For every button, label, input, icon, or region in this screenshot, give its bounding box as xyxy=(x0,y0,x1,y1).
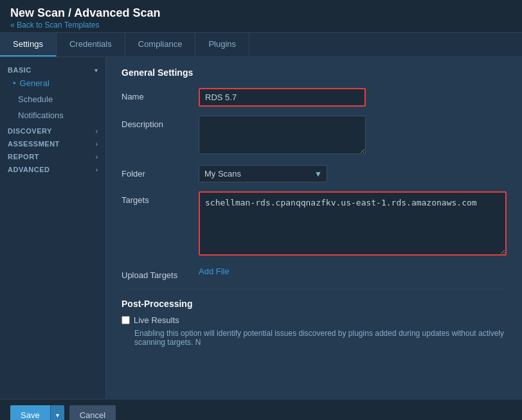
sidebar-section-basic[interactable]: BASIC ▾ xyxy=(0,62,105,75)
folder-control: My Scans All Scans ▼ xyxy=(199,165,507,182)
tab-compliance[interactable]: Compliance xyxy=(125,33,196,57)
name-control xyxy=(199,88,507,107)
content-area: General Settings Name Description Folder… xyxy=(106,57,522,399)
description-row: Description xyxy=(122,116,507,156)
description-label: Description xyxy=(122,116,199,129)
sidebar-section-assessment-label: ASSESSMENT xyxy=(8,140,60,148)
sidebar-advanced-chevron-icon: › xyxy=(96,166,98,173)
targets-row: Targets schellman-rds.cpanqqnazfkv.us-ea… xyxy=(122,191,507,258)
targets-control: schellman-rds.cpanqqnazfkv.us-east-1.rds… xyxy=(199,191,507,258)
tab-bar: Settings Credentials Compliance Plugins xyxy=(0,33,522,57)
post-processing-title: Post-Processing xyxy=(122,299,507,309)
live-results-row: Live Results xyxy=(122,315,507,325)
sidebar-section-advanced[interactable]: ADVANCED › xyxy=(0,162,105,175)
back-to-templates-link[interactable]: « Back to Scan Templates xyxy=(10,21,100,30)
sidebar-basic-chevron-icon: ▾ xyxy=(94,67,98,74)
sidebar-item-notifications-label: Notifications xyxy=(18,110,64,120)
section-divider xyxy=(122,289,507,290)
targets-input[interactable]: schellman-rds.cpanqqnazfkv.us-east-1.rds… xyxy=(199,191,507,256)
tab-credentials[interactable]: Credentials xyxy=(57,33,125,57)
name-row: Name xyxy=(122,88,507,107)
page-header: New Scan / Advanced Scan « Back to Scan … xyxy=(0,0,522,33)
upload-targets-row: Upload Targets Add File xyxy=(122,267,507,280)
folder-row: Folder My Scans All Scans ▼ xyxy=(122,165,507,182)
upload-targets-control: Add File xyxy=(199,267,507,276)
live-results-description: Enabling this option will identify poten… xyxy=(134,329,507,347)
save-button[interactable]: Save xyxy=(10,405,50,421)
sidebar-section-advanced-label: ADVANCED xyxy=(8,166,50,173)
sidebar-section-report-label: REPORT xyxy=(8,153,39,161)
sidebar-item-general-label: General xyxy=(20,78,50,88)
sidebar-discovery-chevron-icon: › xyxy=(96,128,98,135)
tab-plugins[interactable]: Plugins xyxy=(195,33,249,57)
sidebar-section-report[interactable]: REPORT › xyxy=(0,149,105,162)
live-results-label: Live Results xyxy=(134,315,179,325)
sidebar-report-chevron-icon: › xyxy=(96,153,98,161)
sidebar-item-schedule[interactable]: Schedule xyxy=(0,91,105,107)
targets-label: Targets xyxy=(122,191,199,205)
cancel-button[interactable]: Cancel xyxy=(69,405,116,421)
footer: Save ▾ Cancel xyxy=(0,399,522,420)
tab-settings[interactable]: Settings xyxy=(0,33,57,57)
sidebar: BASIC ▾ General Schedule Notifications D… xyxy=(0,57,106,399)
live-results-checkbox[interactable] xyxy=(122,316,130,324)
folder-select[interactable]: My Scans All Scans xyxy=(199,165,327,182)
folder-label: Folder xyxy=(122,165,199,179)
sidebar-section-assessment[interactable]: ASSESSMENT › xyxy=(0,136,105,149)
general-settings-title: General Settings xyxy=(122,67,507,78)
sidebar-section-discovery-label: DISCOVERY xyxy=(8,127,52,135)
description-input[interactable] xyxy=(199,116,366,154)
main-layout: BASIC ▾ General Schedule Notifications D… xyxy=(0,57,522,399)
chevron-down-icon: ▾ xyxy=(56,412,59,419)
sidebar-section-discovery[interactable]: DISCOVERY › xyxy=(0,123,105,136)
sidebar-assessment-chevron-icon: › xyxy=(96,141,98,148)
folder-select-wrapper: My Scans All Scans ▼ xyxy=(199,165,327,182)
sidebar-item-notifications[interactable]: Notifications xyxy=(0,107,105,123)
sidebar-item-schedule-label: Schedule xyxy=(18,94,53,104)
name-label: Name xyxy=(122,88,199,101)
name-input[interactable] xyxy=(199,88,366,107)
upload-targets-label: Upload Targets xyxy=(122,267,199,280)
sidebar-section-basic-label: BASIC xyxy=(8,66,32,74)
sidebar-item-general[interactable]: General xyxy=(0,75,105,91)
add-file-link[interactable]: Add File xyxy=(199,263,230,276)
save-dropdown-button[interactable]: ▾ xyxy=(50,405,64,421)
save-button-group: Save ▾ xyxy=(10,405,64,421)
description-control xyxy=(199,116,507,156)
page-title: New Scan / Advanced Scan xyxy=(10,6,512,20)
